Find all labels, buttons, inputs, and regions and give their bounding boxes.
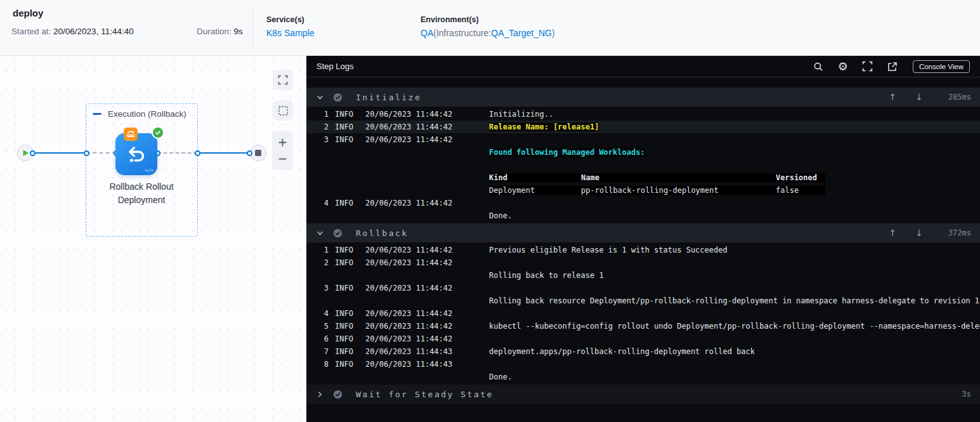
started-at: Started at: 20/06/2023, 11:44:40 [11,27,134,36]
log-line [306,159,980,171]
plus-icon [278,138,287,147]
play-icon [22,149,29,157]
step-success-icon [333,390,343,399]
log-section-header-wait-for-steady-state[interactable]: Wait for Steady State3s [306,385,980,404]
log-level: INFO [335,309,359,318]
canvas-fit-button[interactable] [273,70,293,90]
pipeline-canvas[interactable]: Execution (Rollback) </> [0,56,306,422]
fullscreen-icon[interactable] [861,60,874,73]
zoom-in-button[interactable] [272,135,293,150]
log-table-cell: Kind [489,173,581,182]
scroll-to-top-icon[interactable]: ↑ [889,92,897,102]
log-message: Deploymentpp-rollback-rolling-deployment… [489,186,825,195]
log-message: Done. [489,373,512,381]
log-line: 4INFO20/06/2023 11:44:42 [306,197,980,209]
log-message-highlight: Release Name: [release1] [489,122,599,131]
log-message: KindNameVersioned [489,173,825,182]
log-timestamp: 20/06/2023 11:44:42 [365,199,461,208]
log-message: deployment.apps/pp-rollback-rolling-depl… [489,347,755,356]
log-line: Done. [306,209,980,222]
scroll-to-top-icon[interactable]: ↑ [889,228,897,238]
console-view-button[interactable]: Console View [913,60,970,73]
log-message: Done. [489,211,512,220]
rollout-glyph [126,129,136,139]
connection-point [195,150,200,156]
log-message: Rolling back resource Deployment/pp-roll… [489,296,979,305]
log-level: INFO [335,258,359,267]
section-duration: 285ms [938,93,971,102]
canvas-select-button[interactable] [273,100,293,121]
section-header-actions: ↑↓285ms [870,92,971,102]
environment-link[interactable]: QA(Infrastructure:QA_Target_NG) [421,28,555,38]
collapse-dash-icon[interactable] [93,113,101,115]
log-section-header-rollback[interactable]: Rollback↑↓372ms [306,223,980,242]
log-table-cell: pp-rollback-rolling-deployment [581,186,776,195]
log-table-cell: Versioned [776,173,825,182]
environments-label: Environment(s) [421,15,555,24]
section-title: Initialize [356,93,421,102]
log-line-number: 5 [306,322,329,331]
log-level: INFO [335,246,359,254]
connection-point [84,150,89,156]
section-title: Wait for Steady State [356,390,493,399]
log-message: Release Name: [release1] [489,122,599,131]
log-line: 2INFO20/06/2023 11:44:42 [306,256,980,269]
env-suffix: ) [552,28,555,38]
log-line-number: 7 [306,347,329,356]
chevron-down-icon[interactable] [315,228,324,237]
console-title: Step Logs [317,62,354,71]
scroll-to-bottom-icon[interactable]: ↓ [915,228,923,238]
gear-icon[interactable]: ⚙ [837,60,849,73]
log-level: INFO [335,322,359,331]
log-message: Rolling back to release 1 [489,271,604,280]
log-level: INFO [335,199,359,208]
log-line: 6INFO20/06/2023 11:44:42 [306,333,980,345]
services-block: Service(s) K8s Sample [266,15,314,38]
code-glyph-icon: </> [145,168,154,173]
step-success-icon [333,228,343,238]
log-line: Rolling back to release 1 [306,269,980,282]
minus-icon [278,154,287,164]
log-line: 3INFO20/06/2023 11:44:42 [306,282,980,294]
log-level: INFO [335,110,359,119]
log-level: INFO [335,122,359,131]
log-message-highlight: Found following Managed Workloads: [489,148,645,157]
rollout-badge-icon [124,128,138,141]
env-infra-name[interactable]: QA_Target_NG [491,28,552,38]
section-logs-rollback: 1INFO20/06/2023 11:44:42Previous eligibl… [306,242,980,385]
section-duration: 3s [938,390,971,399]
log-timestamp: 20/06/2023 11:44:43 [365,347,461,356]
log-line-number: 1 [306,110,329,119]
step-node-label-line1: Rollback Rollout [84,180,199,194]
log-message: kubectl --kubeconfig=config rollout undo… [489,322,980,331]
service-link[interactable]: K8s Sample [266,28,314,38]
connection-point [247,150,252,156]
canvas-zoom-controls [272,131,293,170]
log-level: INFO [335,284,359,293]
stop-icon [255,150,261,156]
zoom-out-button[interactable] [272,151,293,166]
log-timestamp: 20/06/2023 11:44:42 [365,258,461,267]
log-level: INFO [335,135,359,144]
log-line-number: 4 [306,199,329,208]
search-icon[interactable] [812,60,825,73]
log-line: 1INFO20/06/2023 11:44:42Previous eligibl… [306,244,980,256]
log-timestamp: 20/06/2023 11:44:42 [365,284,461,293]
log-sections: Initialize↑↓285ms1INFO20/06/2023 11:44:4… [306,77,980,422]
log-line-number: 4 [306,309,329,318]
log-line: Done. [306,371,980,383]
log-timestamp: 20/06/2023 11:44:42 [365,110,461,119]
started-at-label: Started at: [11,27,51,36]
execution-group-header[interactable]: Execution (Rollback) [93,109,186,119]
log-level: INFO [335,334,359,343]
chevron-down-icon[interactable] [315,93,324,102]
started-at-value: 20/06/2023, 11:44:40 [53,27,134,36]
scroll-to-bottom-icon[interactable]: ↓ [915,92,923,102]
chevron-right-icon[interactable] [315,390,324,399]
log-line-number: 8 [306,360,329,369]
log-table-cell: false [776,186,825,195]
pipeline-execution-page: deploy Started at: 20/06/2023, 11:44:40 … [0,0,980,422]
env-name[interactable]: QA [421,28,433,38]
log-section-header-initialize[interactable]: Initialize↑↓285ms [306,88,980,107]
open-external-icon[interactable] [886,60,899,73]
